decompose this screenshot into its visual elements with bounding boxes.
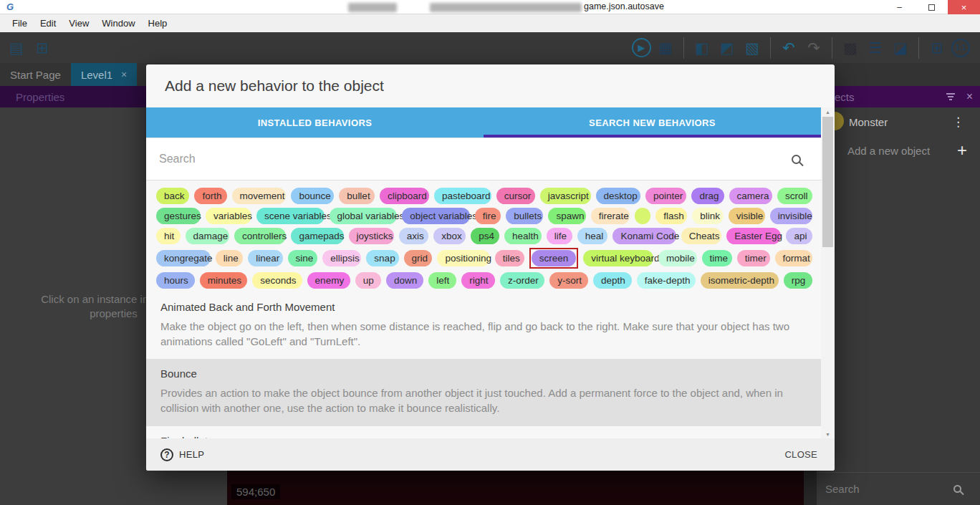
tag-chip-down[interactable]: down — [386, 272, 423, 289]
tag-chip-health[interactable]: health — [504, 228, 542, 244]
tag-chip-format[interactable]: format — [775, 250, 812, 266]
tag-chip-forth[interactable]: forth — [194, 188, 226, 204]
behavior-list-item[interactable]: BounceProvides an action to make the obj… — [146, 359, 821, 425]
menu-item-view[interactable]: View — [62, 16, 95, 31]
tag-chip-mobile[interactable]: mobile — [658, 250, 697, 266]
tag-chip-clipboard[interactable]: clipboard — [380, 188, 429, 204]
tag-chip-scene-variables[interactable]: scene variables — [256, 208, 325, 224]
tag-chip-gestures[interactable]: gestures — [156, 208, 201, 224]
start-page-icon[interactable]: ⊞ — [32, 37, 53, 59]
tag-chip-joysticks[interactable]: joysticks — [349, 228, 394, 244]
tag-chip-javascript[interactable]: javascript — [540, 188, 591, 204]
tag-chip-depth[interactable]: depth — [593, 272, 632, 289]
grid-icon[interactable]: ⊞ — [926, 37, 948, 59]
tag-chip-hit[interactable]: hit — [156, 228, 181, 244]
editor-tab-level1[interactable]: Level1× — [71, 63, 137, 86]
tag-chip-flash[interactable]: flash — [655, 208, 687, 224]
tag-chip-pointer[interactable]: pointer — [645, 188, 686, 204]
tag-chip-drag[interactable]: drag — [691, 188, 724, 204]
tag-chip-time[interactable]: time — [702, 250, 732, 266]
tag-chip-isometric-depth[interactable]: isometric-depth — [701, 272, 779, 289]
tag-chip-snap[interactable]: snap — [366, 250, 398, 266]
objects-search-field[interactable]: Search — [817, 472, 980, 505]
tag-chip-bullets[interactable]: bullets — [506, 208, 543, 224]
add-object-icon[interactable]: ◧ — [691, 37, 713, 59]
filter-icon[interactable] — [946, 93, 955, 100]
tag-chip-firerate[interactable]: firerate — [591, 208, 630, 224]
tab-search-new-behaviors[interactable]: SEARCH NEW BEHAVIORS — [484, 107, 821, 138]
tag-chip-heal[interactable]: heal — [577, 228, 608, 244]
editor-tab-start-page[interactable]: Start Page — [0, 63, 71, 86]
scroll-up-icon[interactable]: ▲ — [821, 107, 835, 116]
tag-chip-fake-depth[interactable]: fake-depth — [637, 272, 696, 289]
help-button[interactable]: ? HELP — [160, 448, 204, 461]
tab-installed-behaviors[interactable]: INSTALLED BEHAVIORS — [146, 107, 484, 138]
tag-chip-cheats[interactable]: Cheats — [681, 228, 722, 244]
tag-chip-up[interactable]: up — [355, 272, 381, 289]
tag-chip-xbox[interactable]: xbox — [433, 228, 466, 244]
tag-chip-y-sort[interactable]: y-sort — [549, 272, 588, 289]
minimize-button[interactable]: – — [883, 0, 916, 14]
behavior-search-field[interactable]: Search — [146, 138, 821, 181]
tag-chip-kongregate[interactable]: kongregate — [156, 250, 211, 266]
close-tab-icon[interactable]: × — [121, 69, 127, 80]
tag-chip-linear[interactable]: linear — [248, 250, 282, 266]
tag-chip-invisible[interactable]: invisible — [770, 208, 812, 224]
tag-chip-minutes[interactable]: minutes — [200, 272, 248, 289]
tag-chip-grid[interactable]: grid — [404, 250, 433, 266]
add-object-row[interactable]: Add a new object + — [817, 139, 980, 162]
close-panel-icon[interactable]: × — [966, 90, 973, 103]
tag-chip[interactable] — [635, 208, 650, 224]
tag-chip-left[interactable]: left — [428, 272, 456, 289]
redo-icon[interactable]: ↷ — [803, 37, 825, 59]
tag-chip-damage[interactable]: damage — [186, 228, 230, 244]
tag-chip-ellipsis[interactable]: ellipsis — [322, 250, 361, 266]
tag-chip-spawn[interactable]: spawn — [548, 208, 585, 224]
dialog-scrollbar[interactable]: ▲ ▼ — [821, 107, 835, 438]
tag-chip-hours[interactable]: hours — [156, 272, 195, 289]
menu-item-window[interactable]: Window — [95, 16, 141, 31]
tag-chip-fire[interactable]: fire — [475, 208, 501, 224]
tag-chip-axis[interactable]: axis — [399, 228, 428, 244]
tag-chip-blink[interactable]: blink — [692, 208, 723, 224]
zoom-1-1-icon[interactable]: 1:1 — [951, 39, 970, 57]
tag-chip-enemy[interactable]: enemy — [307, 272, 350, 289]
undo-icon[interactable]: ↶ — [778, 37, 799, 59]
tag-chip-timer[interactable]: timer — [737, 250, 770, 266]
menu-item-file[interactable]: File — [6, 16, 34, 31]
tag-chip-sine[interactable]: sine — [288, 250, 318, 266]
layers-icon[interactable]: ◪ — [890, 37, 911, 59]
edit-scene-icon[interactable]: ▧ — [741, 37, 763, 59]
tag-chip-easter-egg[interactable]: Easter Egg — [726, 228, 781, 244]
tag-chip-object-variables[interactable]: object variables — [402, 208, 470, 224]
project-manager-icon[interactable]: ▤ — [6, 37, 27, 59]
tag-chip-z-order[interactable]: z-order — [500, 272, 544, 289]
debug-icon[interactable]: ▦ — [655, 37, 676, 59]
tag-chip-cursor[interactable]: cursor — [496, 188, 535, 204]
objects-list-icon[interactable]: ◩ — [716, 37, 738, 59]
tag-chip-bullet[interactable]: bullet — [339, 188, 375, 204]
menu-item-help[interactable]: Help — [142, 16, 174, 31]
tag-chip-visible[interactable]: visible — [729, 208, 765, 224]
tag-chip-virtual-keyboard[interactable]: virtual keyboard — [583, 250, 653, 266]
tag-chip-global-variables[interactable]: global variables — [330, 208, 398, 224]
tag-chip-gamepads[interactable]: gamepads — [291, 228, 343, 244]
tag-chip-life[interactable]: life — [547, 228, 572, 244]
mask-icon[interactable]: ▩ — [840, 37, 861, 59]
instances-list-icon[interactable]: ☰ — [865, 37, 886, 59]
tag-chip-right[interactable]: right — [461, 272, 495, 289]
tag-chip-variables[interactable]: variables — [206, 208, 251, 224]
tag-chip-api[interactable]: api — [786, 228, 812, 244]
tag-chip-tiles[interactable]: tiles — [495, 250, 524, 266]
tag-chip-seconds[interactable]: seconds — [252, 272, 302, 289]
play-icon[interactable]: ▶ — [632, 38, 651, 57]
tag-chip-movement[interactable]: movement — [232, 188, 287, 204]
tag-chip-bounce[interactable]: bounce — [291, 188, 334, 204]
tag-chip-line[interactable]: line — [216, 250, 244, 266]
close-window-button[interactable]: × — [948, 0, 980, 14]
close-dialog-button[interactable]: CLOSE — [784, 449, 817, 460]
tag-chip-back[interactable]: back — [156, 188, 189, 204]
tag-chip-positioning[interactable]: positioning — [437, 250, 489, 266]
tag-chip-screen[interactable]: screen — [532, 250, 577, 266]
menu-item-edit[interactable]: Edit — [34, 16, 62, 31]
